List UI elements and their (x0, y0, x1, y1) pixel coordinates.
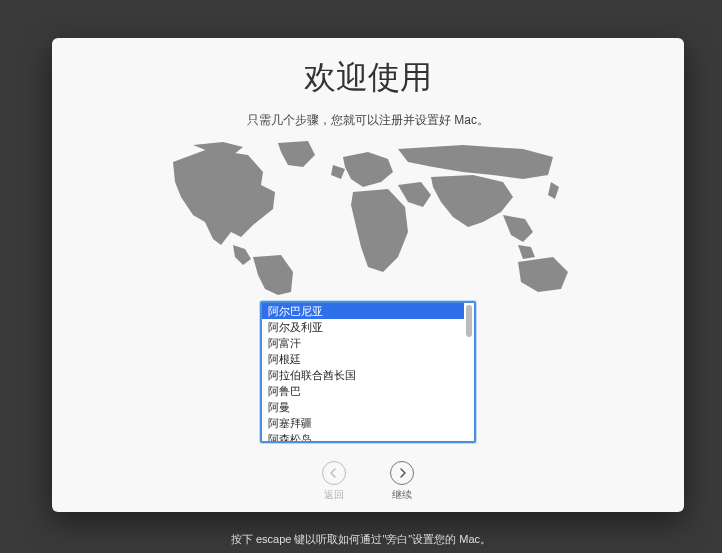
list-item[interactable]: 阿尔及利亚 (262, 319, 464, 335)
list-item[interactable]: 阿曼 (262, 399, 464, 415)
list-scrollbar[interactable] (466, 305, 472, 337)
list-item[interactable]: 阿根廷 (262, 351, 464, 367)
arrow-right-icon (390, 461, 414, 485)
list-item[interactable]: 阿森松岛 (262, 431, 464, 441)
page-title: 欢迎使用 (304, 56, 432, 100)
nav-buttons: 返回 继续 (322, 461, 414, 502)
page-subtitle: 只需几个步骤，您就可以注册并设置好 Mac。 (247, 112, 489, 129)
list-item[interactable]: 阿富汗 (262, 335, 464, 351)
arrow-left-icon (322, 461, 346, 485)
continue-button[interactable]: 继续 (390, 461, 414, 502)
back-label: 返回 (324, 488, 344, 502)
list-item[interactable]: 阿尔巴尼亚 (262, 303, 464, 319)
setup-panel: 欢迎使用 只需几个步骤，您就可以注册并设置好 Mac。 (52, 38, 684, 512)
footer-hint: 按下 escape 键以听取如何通过"旁白"设置您的 Mac。 (0, 532, 722, 547)
list-item[interactable]: 阿鲁巴 (262, 383, 464, 399)
list-item[interactable]: 阿拉伯联合酋长国 (262, 367, 464, 383)
world-map (153, 137, 583, 297)
continue-label: 继续 (392, 488, 412, 502)
back-button: 返回 (322, 461, 346, 502)
country-list[interactable]: 阿尔巴尼亚阿尔及利亚阿富汗阿根廷阿拉伯联合酋长国阿鲁巴阿曼阿塞拜疆阿森松岛 (260, 301, 476, 443)
list-item[interactable]: 阿塞拜疆 (262, 415, 464, 431)
